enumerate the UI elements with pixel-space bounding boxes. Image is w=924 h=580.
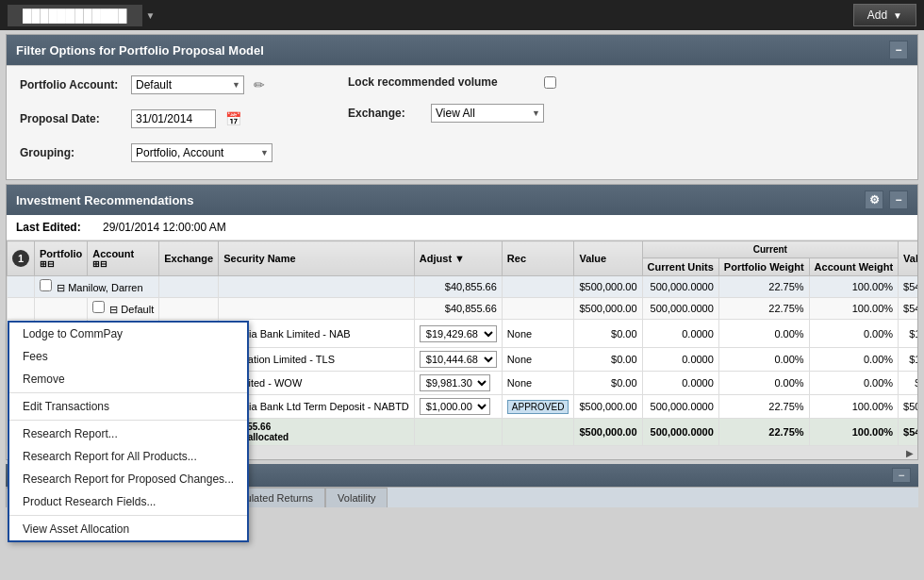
- adjust-select[interactable]: $9,981.30: [420, 374, 490, 391]
- tab-volatility[interactable]: Volatility: [325, 488, 388, 507]
- context-menu-item-remove[interactable]: Remove: [9, 368, 247, 390]
- add-button[interactable]: Add ▼: [853, 4, 916, 26]
- filter-panel-header: Filter Options for Portfolio Proposal Mo…: [7, 35, 917, 65]
- exchange-select[interactable]: View All: [431, 104, 544, 123]
- row-value: $500,000.00: [574, 276, 642, 298]
- row-aw: 100.00%: [809, 276, 899, 298]
- row-rec: None: [502, 372, 574, 395]
- row-pw: 0.00%: [718, 348, 809, 372]
- row-units: 0.0000: [642, 348, 718, 372]
- row-units: 500,000.0000: [642, 276, 718, 298]
- portfolio-account-select[interactable]: Default: [131, 75, 244, 94]
- row-value: $500,000.00: [574, 395, 642, 419]
- th-rec: Rec: [502, 241, 574, 276]
- context-menu-item-asset-alloc[interactable]: View Asset Allocation: [9, 518, 247, 540]
- filter-minimize-button[interactable]: −: [889, 41, 908, 59]
- lock-row: Lock recommended volume: [348, 75, 560, 89]
- row-aw: 0.00%: [809, 348, 899, 372]
- row-exchange: [159, 298, 219, 320]
- th-account-expand[interactable]: ⊞⊟: [92, 259, 154, 269]
- row-units: 0.0000: [642, 372, 718, 395]
- last-edited-row: Last Edited: 29/01/2014 12:00:00 AM: [7, 215, 917, 240]
- context-menu-sep-2: [9, 420, 247, 421]
- top-bar-arrow-icon: ▼: [146, 10, 156, 21]
- bottom-minimize-button[interactable]: −: [892, 468, 911, 483]
- context-menu-item-research[interactable]: Research Report...: [9, 423, 247, 445]
- edit-icon[interactable]: ✏: [254, 77, 265, 92]
- scroll-right-icon[interactable]: ▶: [906, 448, 914, 458]
- portfolio-account-row: Portfolio Account: Default ✏: [20, 75, 272, 94]
- row-rec: [502, 276, 574, 298]
- portfolio-account-select-wrap: Default: [131, 75, 244, 94]
- filter-panel-controls: −: [889, 41, 908, 59]
- th-units: Current Units: [642, 258, 718, 276]
- grouping-select[interactable]: Portfolio, Account: [131, 143, 272, 162]
- row-units: 500,000.0000: [642, 298, 718, 320]
- filter-panel-title: Filter Options for Portfolio Proposal Mo…: [16, 43, 264, 58]
- total-aw-cell: 100.00%: [809, 419, 899, 446]
- proposal-date-row: Proposal Date: 📅: [20, 109, 272, 128]
- th-portfolio: Portfolio ⊞⊟: [35, 241, 88, 276]
- add-arrow-icon: ▼: [893, 10, 902, 21]
- row-aw: 100.00%: [809, 395, 899, 419]
- row-adjust: $40,855.66: [414, 276, 502, 298]
- row-aw: 100.00%: [809, 298, 899, 320]
- approved-badge: APPROVED: [507, 400, 569, 414]
- row-portfolio-cell: [35, 298, 88, 320]
- th-portfolio-expand[interactable]: ⊞⊟: [40, 259, 82, 269]
- add-button-label: Add: [867, 8, 887, 22]
- row-security: [219, 276, 415, 298]
- inv-panel-title: Investment Recommendations: [16, 193, 194, 207]
- th-adjust: Adjust ▼: [414, 241, 502, 276]
- total-rec-cell: [502, 419, 574, 446]
- row-value: $0.00: [574, 348, 642, 372]
- last-edited-value: 29/01/2014 12:00:00 AM: [103, 221, 226, 234]
- expand-icon[interactable]: ⊟: [109, 304, 118, 315]
- row-val: $501,000.: [899, 395, 917, 419]
- row-account-cell: ⊟ Default: [88, 298, 159, 320]
- row-pw: 22.75%: [718, 276, 809, 298]
- row-security: [219, 298, 415, 320]
- row-checkbox[interactable]: [40, 279, 52, 291]
- context-menu-sep-3: [9, 515, 247, 516]
- total-value-cell: $500,000.00: [574, 419, 642, 446]
- inv-settings-button[interactable]: ⚙: [865, 191, 883, 209]
- grouping-label: Grouping:: [20, 146, 124, 159]
- adjust-select[interactable]: $10,444.68: [420, 351, 497, 368]
- row-adjust: $1,000.00: [414, 395, 502, 419]
- row-checkbox[interactable]: [92, 301, 105, 313]
- th-pw: Portfolio Weight: [718, 258, 809, 276]
- calendar-icon[interactable]: 📅: [225, 111, 241, 126]
- th-portfolio-label: Portfolio: [40, 248, 82, 259]
- row-val: $10,444.: [899, 348, 917, 372]
- row-adjust: $9,981.30: [414, 372, 502, 395]
- lock-label: Lock recommended volume: [348, 75, 536, 89]
- lock-checkbox[interactable]: [544, 76, 556, 89]
- total-adjust-cell: [414, 419, 502, 446]
- total-val-cell: $540,855.: [899, 419, 917, 446]
- adjust-select[interactable]: $19,429.68: [420, 325, 497, 342]
- row-adjust: $19,429.68: [414, 320, 502, 348]
- proposal-date-input[interactable]: [131, 109, 216, 128]
- context-menu-item-edit-trans[interactable]: Edit Transactions: [9, 395, 247, 418]
- row-rec: None: [502, 348, 574, 372]
- row-value: $500,000.00: [574, 298, 642, 320]
- total-pw-cell: 22.75%: [718, 419, 809, 446]
- context-menu-item-lodge[interactable]: Lodge to CommPay: [9, 323, 247, 345]
- row-name-cell: ⊟ Manilow, Darren: [35, 276, 159, 298]
- row-value: $0.00: [574, 320, 642, 348]
- context-menu-item-fees[interactable]: Fees: [9, 345, 247, 368]
- context-menu-item-research-all[interactable]: Research Report for All Products...: [9, 445, 247, 468]
- table-row: ⊟ Manilow, Darren $40,855.66 $500,000.00…: [8, 276, 918, 298]
- filter-panel: Filter Options for Portfolio Proposal Mo…: [6, 34, 918, 180]
- row-val: $540,855.: [899, 298, 917, 320]
- inv-minimize-button[interactable]: −: [889, 191, 908, 209]
- th-num: 1: [8, 241, 35, 276]
- context-menu-item-research-proposed[interactable]: Research Report for Proposed Changes...: [9, 468, 247, 490]
- row-units: 0.0000: [642, 320, 718, 348]
- row-pw: 0.00%: [718, 372, 809, 395]
- expand-icon[interactable]: ⊟: [57, 282, 65, 293]
- row-adjust: $10,444.68: [414, 348, 502, 372]
- context-menu-item-product-fields[interactable]: Product Research Fields...: [9, 490, 247, 513]
- adjust-select[interactable]: $1,000.00: [420, 398, 490, 415]
